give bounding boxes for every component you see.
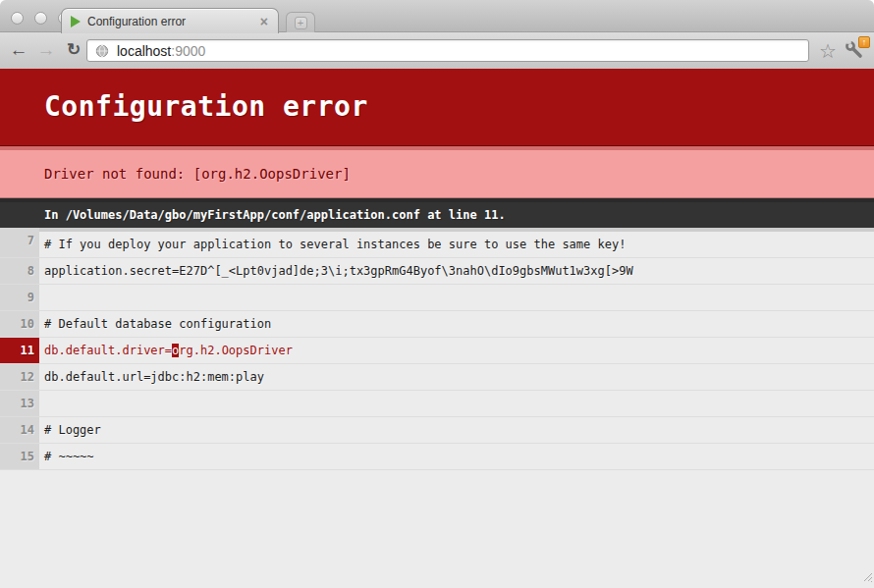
forward-button[interactable]: → [33, 37, 59, 63]
tab-close-icon[interactable]: × [259, 15, 269, 28]
reload-button[interactable]: ↻ [61, 37, 86, 63]
update-badge: ↑ [858, 36, 870, 48]
url-host: localhost [117, 43, 171, 59]
line-content [39, 285, 874, 310]
window-minimize-button[interactable] [34, 12, 47, 25]
line-content: # Logger [39, 417, 874, 443]
error-detail: Driver not found: [org.h2.OopsDriver] [0, 146, 874, 198]
plus-icon: + [295, 17, 307, 29]
resize-grip-icon[interactable] [860, 567, 873, 586]
line-content: # ~~~~~ [39, 444, 874, 469]
line-number: 7 [0, 228, 39, 257]
line-number: 13 [0, 391, 39, 416]
line-number: 9 [0, 285, 39, 310]
code-line: 12db.default.url=jdbc:h2:mem:play [0, 364, 874, 391]
line-number: 12 [0, 364, 39, 390]
tab-strip: Configuration error × + [0, 0, 874, 32]
code-line-error: 11db.default.driver=org.h2.OopsDriver [0, 338, 874, 364]
browser-toolbar: ← → ↻ localhost:9000 ☆ ↑ [0, 32, 874, 69]
page-title: Configuration error [0, 69, 874, 146]
error-page: Configuration error Driver not found: [o… [0, 69, 874, 587]
url-text: localhost:9000 [117, 43, 205, 59]
line-content: db.default.url=jdbc:h2:mem:play [39, 364, 874, 390]
globe-icon [95, 44, 109, 58]
play-favicon-icon [71, 16, 81, 27]
address-bar[interactable]: localhost:9000 [86, 39, 809, 62]
bookmark-star-icon[interactable]: ☆ [815, 38, 841, 64]
line-number: 11 [0, 338, 39, 363]
browser-window: Configuration error × + ← → ↻ localhost:… [0, 0, 874, 588]
line-content: # If you deploy your application to seve… [39, 228, 874, 257]
code-line: 14# Logger [0, 417, 874, 444]
code-line: 15# ~~~~~ [0, 444, 874, 470]
back-button[interactable]: ← [6, 37, 31, 63]
line-content: db.default.driver=org.h2.OopsDriver [39, 338, 874, 363]
tab-title: Configuration error [87, 15, 259, 28]
new-tab-button[interactable]: + [286, 12, 315, 32]
code-line: 8application.secret=E27D^[_<Lpt0vjad]de;… [0, 258, 874, 285]
url-port: :9000 [171, 43, 205, 59]
code-line: 10# Default database configuration [0, 311, 874, 338]
line-content [39, 391, 874, 416]
line-number: 14 [0, 417, 39, 443]
line-number: 15 [0, 444, 39, 469]
window-close-button[interactable] [11, 12, 24, 25]
line-number: 10 [0, 311, 39, 337]
error-location: In /Volumes/Data/gbo/myFirstApp/conf/app… [0, 198, 874, 228]
menu-wrench-icon[interactable]: ↑ [844, 39, 869, 63]
line-number: 8 [0, 258, 39, 284]
browser-tab[interactable]: Configuration error × [61, 8, 279, 33]
line-content: # Default database configuration [39, 311, 874, 337]
line-content: application.secret=E27D^[_<Lpt0vjad]de;3… [39, 258, 874, 284]
error-marker: o [172, 344, 179, 357]
code-line: 13 [0, 391, 874, 417]
code-line: 9 [0, 285, 874, 311]
code-line: 7# If you deploy your application to sev… [0, 228, 874, 258]
code-listing: 7# If you deploy your application to sev… [0, 228, 874, 470]
